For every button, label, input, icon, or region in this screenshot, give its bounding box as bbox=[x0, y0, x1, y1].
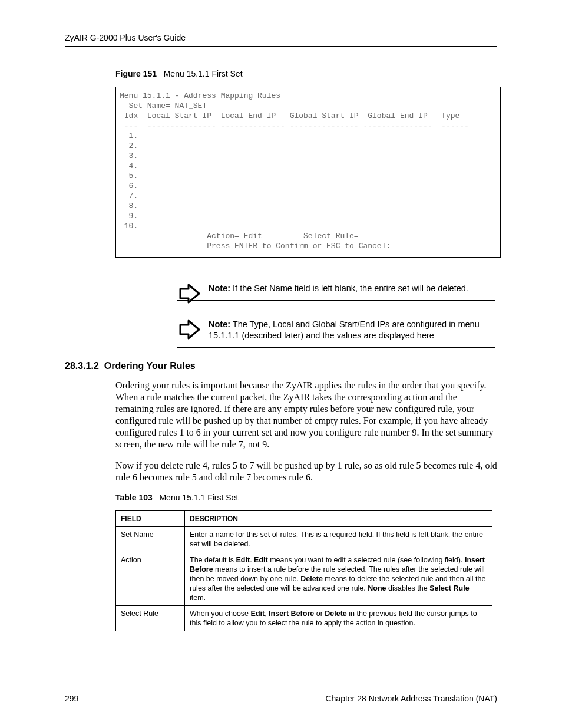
section-heading: 28.3.1.2 Ordering Your Rules bbox=[65, 361, 497, 371]
figure-caption: Figure 151 Menu 15.1.1 First Set bbox=[115, 69, 497, 78]
note-text-1: If the Set Name field is left blank, the… bbox=[233, 284, 468, 293]
table-row: Select RuleWhen you choose Edit, Insert … bbox=[116, 606, 492, 631]
cell-description: The default is Edit. Edit means you want… bbox=[185, 552, 492, 606]
table-caption-text: Menu 15.1.1 First Set bbox=[159, 493, 238, 502]
cell-field: Select Rule bbox=[116, 606, 185, 631]
figure-label: Figure 151 bbox=[115, 69, 157, 78]
col-description: DESCRIPTION bbox=[185, 511, 492, 527]
body-paragraph-1: Ordering your rules is important because… bbox=[115, 380, 497, 450]
note-block-2: Note: The Type, Local and Global Start/E… bbox=[177, 314, 495, 348]
cell-description: When you choose Edit, Insert Before or D… bbox=[185, 606, 492, 631]
terminal-screenshot: Menu 15.1.1 - Address Mapping Rules Set … bbox=[115, 87, 501, 258]
section-number: 28.3.1.2 bbox=[65, 361, 99, 371]
table-row: Set NameEnter a name for this set of rul… bbox=[116, 527, 492, 552]
arrow-right-icon bbox=[179, 319, 203, 340]
cell-field: Action bbox=[116, 552, 185, 606]
body-paragraph-2: Now if you delete rule 4, rules 5 to 7 w… bbox=[115, 460, 497, 483]
figure-caption-text: Menu 15.1.1 First Set bbox=[164, 69, 243, 78]
page-header: ZyAIR G-2000 Plus User's Guide bbox=[65, 33, 497, 47]
field-description-table: FIELD DESCRIPTION Set NameEnter a name f… bbox=[115, 510, 492, 631]
table-label: Table 103 bbox=[115, 493, 153, 502]
chapter-title: Chapter 28 Network Address Translation (… bbox=[325, 694, 497, 703]
cell-description: Enter a name for this set of rules. This… bbox=[185, 527, 492, 552]
col-field: FIELD bbox=[116, 511, 185, 527]
page-footer: 299 Chapter 28 Network Address Translati… bbox=[65, 690, 497, 703]
note-label: Note: bbox=[209, 319, 230, 329]
cell-field: Set Name bbox=[116, 527, 185, 552]
note-block-1: Note: If the Set Name field is left blan… bbox=[177, 278, 495, 301]
page-number: 299 bbox=[65, 694, 78, 703]
table-row: ActionThe default is Edit. Edit means yo… bbox=[116, 552, 492, 606]
note-text-2: The Type, Local and Global Start/End IPs… bbox=[209, 319, 480, 340]
note-label: Note: bbox=[209, 284, 230, 293]
section-title: Ordering Your Rules bbox=[104, 361, 196, 371]
table-header-row: FIELD DESCRIPTION bbox=[116, 511, 492, 527]
table-caption: Table 103 Menu 15.1.1 First Set bbox=[115, 493, 497, 502]
arrow-right-icon bbox=[179, 283, 203, 304]
